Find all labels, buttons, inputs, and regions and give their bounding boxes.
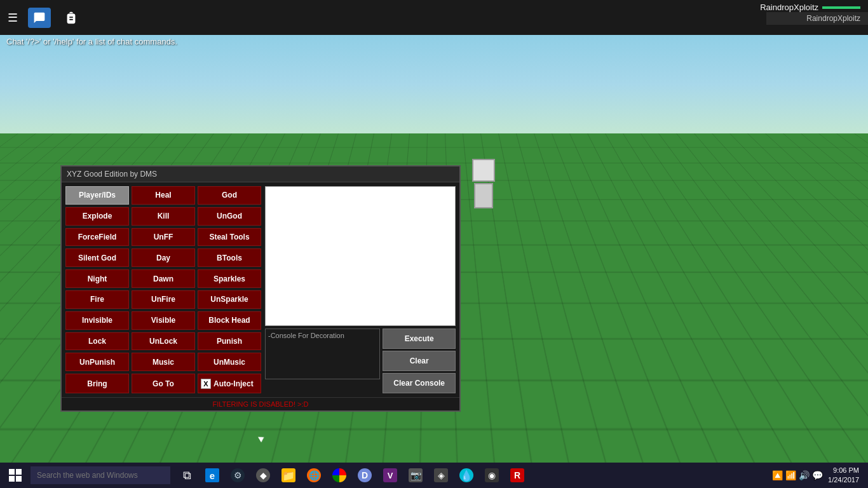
btn-btools[interactable]: BTools <box>198 248 261 267</box>
tray-wifi[interactable]: 📶 <box>785 470 796 480</box>
taskbar-icon-taskview[interactable]: ⧉ <box>175 464 198 487</box>
btn-dawn[interactable]: Dawn <box>132 269 195 288</box>
btn-block-head[interactable]: Block Head <box>198 311 261 330</box>
char-head <box>472 159 495 182</box>
console-area: -Console For Decoration <box>265 329 380 379</box>
exploit-panel: XYZ Good Edition by DMS Player/IDs Heal … <box>60 165 461 412</box>
menu-icon[interactable]: ☰ <box>8 11 18 25</box>
tray-sound[interactable]: 🔊 <box>799 470 810 480</box>
btn-unsparkle[interactable]: UnSparkle <box>198 290 261 309</box>
script-display[interactable] <box>265 186 456 326</box>
execute-button[interactable]: Execute <box>383 329 456 349</box>
btn-unfire[interactable]: UnFire <box>132 290 195 309</box>
btn-silent-god[interactable]: Silent God <box>65 248 129 267</box>
chat-hint: Chat '/?>' or '/help' for a list of chat… <box>6 37 177 46</box>
btn-visible[interactable]: Visible <box>132 311 195 330</box>
btn-steal-tools[interactable]: Steal Tools <box>198 228 261 247</box>
btn-player-ids[interactable]: Player/IDs <box>65 186 129 205</box>
username-dropdown[interactable]: RaindropXploitz <box>766 12 868 25</box>
btn-night[interactable]: Night <box>65 269 129 288</box>
system-tray: 🔼 📶 🔊 💬 9:06 PM 1/24/2017 <box>772 466 868 485</box>
taskbar-icon-browser[interactable]: 🌐 <box>302 464 325 487</box>
btn-invisible[interactable]: Invisible <box>65 311 129 330</box>
clear-button[interactable]: Clear <box>383 351 456 371</box>
bottom-area: -Console For Decoration Execute Clear Cl… <box>265 329 456 393</box>
clock-time: 9:06 PM <box>828 466 859 475</box>
btn-day[interactable]: Day <box>132 248 195 267</box>
btn-sparkles[interactable]: Sparkles <box>198 269 261 288</box>
btn-music[interactable]: Music <box>132 353 195 371</box>
btn-bring[interactable]: Bring <box>65 374 129 393</box>
taskbar-icon-vs[interactable]: V <box>379 464 402 487</box>
taskbar: ⧉ e ⚙ ◆ 📁 🌐 D V 📷 ◈ <box>0 463 868 488</box>
panel-footer: FILTERING IS DISABLED! >:D <box>62 397 459 410</box>
taskbar-app-icons: ⧉ e ⚙ ◆ 📁 🌐 D V 📷 ◈ <box>170 464 529 487</box>
btn-ungod[interactable]: UnGod <box>198 207 261 226</box>
logo-area: ☰ <box>0 8 89 28</box>
chat-button[interactable] <box>28 8 51 28</box>
taskbar-icon-steam[interactable]: ⚙ <box>226 464 249 487</box>
button-grid: Player/IDs Heal God Explode Kill UnGod F… <box>65 186 261 393</box>
roblox-character <box>468 159 499 222</box>
chat-icon <box>33 11 46 24</box>
clear-console-button[interactable]: Clear Console <box>383 373 456 393</box>
btn-kill[interactable]: Kill <box>132 207 195 226</box>
btn-unmusic[interactable]: UnMusic <box>198 353 261 371</box>
auto-inject-label: Auto-Inject <box>214 379 254 388</box>
btn-god[interactable]: God <box>198 186 261 205</box>
action-buttons: Execute Clear Clear Console <box>383 329 456 393</box>
right-panel: -Console For Decoration Execute Clear Cl… <box>265 186 456 393</box>
windows-logo <box>9 469 22 482</box>
btn-heal[interactable]: Heal <box>132 186 195 205</box>
taskbar-icon-camera[interactable]: 📷 <box>404 464 427 487</box>
taskbar-icon-app1[interactable]: ◆ <box>252 464 275 487</box>
username-display: RaindropXploitz <box>752 0 868 12</box>
btn-unpunish[interactable]: UnPunish <box>65 353 129 371</box>
taskbar-icon-folder[interactable]: 📁 <box>277 464 300 487</box>
btn-auto-inject[interactable]: X Auto-Inject <box>198 374 261 393</box>
system-clock[interactable]: 9:06 PM 1/24/2017 <box>828 466 863 485</box>
taskbar-search[interactable] <box>31 466 170 484</box>
auto-inject-checkbox: X <box>201 379 211 389</box>
panel-titlebar[interactable]: XYZ Good Edition by DMS <box>62 166 459 182</box>
btn-lock[interactable]: Lock <box>65 332 129 351</box>
taskbar-icon-dropbox[interactable]: 💧 <box>455 464 478 487</box>
btn-fire[interactable]: Fire <box>65 290 129 309</box>
taskbar-icon-chrome[interactable] <box>328 464 351 487</box>
taskbar-icon-edge[interactable]: e <box>201 464 224 487</box>
backpack-button[interactable] <box>61 8 81 28</box>
user-area: RaindropXploitz RaindropXploitz <box>752 0 868 25</box>
start-button[interactable] <box>0 463 31 488</box>
btn-explode[interactable]: Explode <box>65 207 129 226</box>
console-text: -Console For Decoration <box>268 332 344 339</box>
btn-unlock[interactable]: UnLock <box>132 332 195 351</box>
tray-network[interactable]: 🔼 <box>772 470 783 480</box>
tray-icons: 🔼 📶 🔊 💬 <box>772 470 823 480</box>
panel-content: Player/IDs Heal God Explode Kill UnGod F… <box>62 182 459 397</box>
char-body <box>474 183 493 208</box>
taskbar-icon-app2[interactable]: ◈ <box>430 464 452 487</box>
roblox-titlebar: ☰ RaindropXploitz RaindropXploitz <box>0 0 868 35</box>
taskbar-icon-red[interactable]: R <box>506 464 529 487</box>
clock-date: 1/24/2017 <box>828 475 859 485</box>
btn-goto[interactable]: Go To <box>132 374 195 393</box>
panel-title: XYZ Good Edition by DMS <box>67 170 157 179</box>
username-text: RaindropXploitz <box>760 3 818 12</box>
btn-unff[interactable]: UnFF <box>132 228 195 247</box>
btn-punish[interactable]: Punish <box>198 332 261 351</box>
taskbar-icon-discord[interactable]: D <box>353 464 376 487</box>
backpack-icon <box>64 11 78 25</box>
health-bar <box>822 6 860 9</box>
btn-forcefield[interactable]: ForceField <box>65 228 129 247</box>
taskbar-icon-app3[interactable]: ◉ <box>480 464 503 487</box>
tray-message[interactable]: 💬 <box>812 470 823 480</box>
